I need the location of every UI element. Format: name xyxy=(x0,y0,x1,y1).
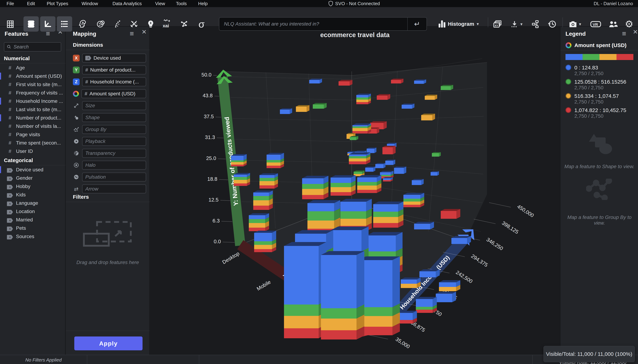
data-table-icon[interactable] xyxy=(5,19,15,29)
feature-list-item[interactable]: A Gender xyxy=(0,174,65,182)
y-tick-label: 25.0 xyxy=(189,155,216,161)
histogram-bar xyxy=(383,147,393,154)
y-tick-label: 6.3 xyxy=(193,218,220,224)
categorical-feature-list: A Device used A Gender A Hobby A Kids xyxy=(0,166,65,240)
plot-type-selector[interactable]: Histogram ▾ xyxy=(439,17,479,31)
apply-button[interactable]: Apply xyxy=(74,336,143,350)
feature-list-item[interactable]: # Age xyxy=(0,64,65,72)
histogram-bar xyxy=(356,95,368,104)
feature-list-item[interactable]: A Hobby xyxy=(0,182,65,190)
screenshot-icon[interactable]: ▾ xyxy=(567,19,582,29)
menu-item[interactable]: File xyxy=(7,0,14,7)
bin-color-dot xyxy=(565,65,571,70)
multi-plot-icon[interactable]: XY xyxy=(493,19,503,29)
sigma-icon[interactable]: σ xyxy=(196,18,207,30)
numeric-icon: # xyxy=(7,65,13,71)
feature-list-item[interactable]: # Number of visits la... xyxy=(0,122,65,130)
feature-list-item[interactable]: # First visit to site (m... xyxy=(0,80,65,88)
arrow-mapping-input[interactable]: Arrow xyxy=(82,184,146,193)
feature-list-item[interactable]: # Amount spent (USD) xyxy=(0,72,65,80)
size-mapping-input[interactable]: Size xyxy=(82,101,146,110)
mapping-panel-title: Mapping xyxy=(73,30,96,37)
category-tag-icon: A xyxy=(85,56,91,60)
feature-list-item[interactable]: A Language xyxy=(0,199,65,207)
y-axis-chip: Y xyxy=(73,66,80,73)
y-tick-label: 43.8 xyxy=(186,93,213,98)
menu-item[interactable]: View xyxy=(155,0,165,7)
feature-list-item[interactable]: A Device used xyxy=(0,166,65,174)
menu-item[interactable]: Edit xyxy=(27,0,35,7)
legend-bin-item[interactable]: 125.0528 : 516.15256 2,750 / 2,750 xyxy=(565,79,636,90)
clustering-icon[interactable] xyxy=(96,19,106,29)
menu-item[interactable]: Help xyxy=(198,0,208,7)
anomaly-icon[interactable] xyxy=(129,19,139,29)
vr-icon[interactable]: VR xyxy=(590,19,602,29)
feature-list-item[interactable]: # Time spent (secon... xyxy=(0,139,65,147)
panel-menu-icon[interactable]: ≡ xyxy=(130,31,134,36)
histogram-bar xyxy=(280,110,290,114)
menu-item[interactable]: Plot Types xyxy=(47,0,68,7)
feature-list-item[interactable]: # Frequency of visits ... xyxy=(0,88,65,97)
histogram-bar xyxy=(403,195,420,207)
halo-mapping-input[interactable]: Halo xyxy=(82,161,146,170)
transparency-icon xyxy=(73,150,80,156)
ai-insights-icon[interactable] xyxy=(78,19,88,29)
chevron-down-icon: ▾ xyxy=(477,22,479,26)
legend-panel-toggle[interactable] xyxy=(57,16,72,32)
feature-list-item[interactable]: # Last visit to site (m... xyxy=(0,105,65,114)
mapping-row-pulsation: Pulsation xyxy=(73,172,146,182)
transparency-mapping-input[interactable]: Transparency xyxy=(82,149,146,158)
shape-mapping-input[interactable]: Shape xyxy=(82,113,146,122)
feature-list-item[interactable]: # User ID xyxy=(0,147,65,155)
nlq-input[interactable]: NLQ Assistant: What are you interested i… xyxy=(219,21,407,27)
plot-title: ecommerce travel data xyxy=(150,31,560,39)
menu-item[interactable]: Tools xyxy=(176,0,187,7)
panel-close-icon[interactable]: × xyxy=(142,29,146,34)
connection-status[interactable]: SVO - Not Connected xyxy=(329,0,380,7)
features-panel-toggle[interactable] xyxy=(24,16,39,32)
x-mapping-input[interactable]: A Device used xyxy=(82,54,146,62)
y-mapping-input[interactable]: # Number of product... xyxy=(82,66,146,74)
features-panel: Features ≡ × Search Numerical # Age # Am… xyxy=(0,27,65,355)
feature-list-item[interactable]: A Sources xyxy=(0,232,65,240)
export-icon[interactable]: ▾ xyxy=(509,19,524,29)
feature-list-item[interactable]: A Pets xyxy=(0,224,65,232)
playback-mapping-input[interactable]: Playback xyxy=(82,137,146,146)
category-tag-icon: A xyxy=(7,175,13,181)
feature-list-item[interactable]: A Married xyxy=(0,216,65,224)
menu-item[interactable]: Data Analytics xyxy=(113,0,142,7)
menu-item[interactable]: Window xyxy=(82,0,98,7)
numeric-icon: # xyxy=(7,124,13,129)
pulsation-mapping-input[interactable]: Pulsation xyxy=(82,172,146,182)
legend-bin-item[interactable]: 0 : 124.83 2,750 / 2,750 xyxy=(565,65,636,76)
settings-icon[interactable]: ⚙ xyxy=(623,18,635,30)
color-mapping-input[interactable]: # Amount spent (USD) xyxy=(81,89,146,98)
z-mapping-input[interactable]: # Household Income (... xyxy=(82,78,146,86)
collaborate-icon[interactable] xyxy=(607,19,619,29)
scatter-icon[interactable] xyxy=(113,19,123,29)
legend-bin-item[interactable]: 516.334 : 1,074.57 2,750 / 2,750 xyxy=(565,93,636,105)
panel-menu-icon[interactable]: ≡ xyxy=(46,31,50,36)
category-tag-icon: A xyxy=(7,200,13,206)
groupby-mapping-input[interactable]: Group By xyxy=(82,125,146,134)
network-icon[interactable] xyxy=(179,19,189,29)
legend-feature-row[interactable]: Amount spent (USD) xyxy=(565,42,626,48)
legend-bin-item[interactable]: 1,074.822 : 10,452.75 2,750 / 2,750 xyxy=(565,107,636,119)
groupby-placeholder-icon xyxy=(586,179,614,200)
feature-search-input[interactable]: Search xyxy=(4,42,61,52)
suggestions-icon[interactable] xyxy=(146,19,156,29)
axes-panel-toggle[interactable] xyxy=(40,16,56,32)
z-tick-label: 398,125 xyxy=(495,216,525,239)
feature-list-item[interactable]: A Kids xyxy=(0,190,65,199)
histogram-bar xyxy=(394,168,404,174)
panel-menu-icon[interactable]: ≡ xyxy=(622,31,626,36)
feature-list-item[interactable]: # Number of product... xyxy=(0,114,65,122)
history-icon[interactable] xyxy=(547,19,557,29)
workflow-icon[interactable] xyxy=(530,19,540,29)
nlq-submit-button[interactable]: ↵ xyxy=(407,18,427,30)
feature-list-item[interactable]: # Household Income ... xyxy=(0,97,65,105)
feature-list-item[interactable]: # Page visits xyxy=(0,130,65,139)
explainable-ai-icon[interactable]: xai xyxy=(161,18,174,30)
feature-list-item[interactable]: A Location xyxy=(0,207,65,216)
user-menu[interactable]: DL - Daniel Lozano xyxy=(593,0,633,7)
